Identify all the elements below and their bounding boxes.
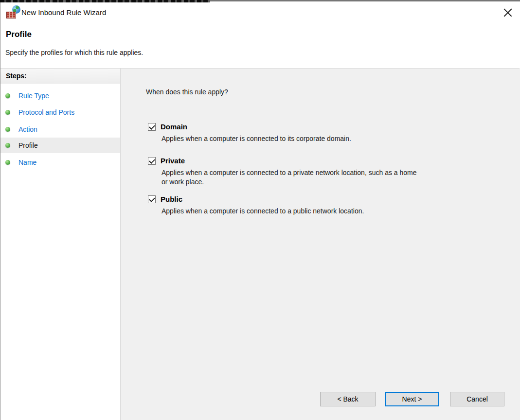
step-bullet-icon [5, 127, 10, 132]
steps-sidebar: Steps: Rule Type Protocol and Ports Acti… [0, 69, 121, 420]
sidebar-item-label: Protocol and Ports [18, 108, 74, 116]
sidebar-item-label: Profile [18, 141, 38, 149]
sidebar-item-profile[interactable]: Profile [0, 138, 120, 153]
option-domain: Domain Applies when a computer is connec… [148, 122, 351, 143]
next-button[interactable]: Next > [385, 392, 439, 406]
public-checkbox[interactable] [148, 195, 156, 203]
private-checkbox[interactable] [148, 157, 156, 165]
wizard-button-bar: < Back Next > Cancel [320, 392, 504, 406]
check-icon [149, 196, 155, 202]
window-title: New Inbound Rule Wizard [21, 8, 106, 17]
private-description: Applies when a computer is connected to … [161, 168, 417, 187]
close-icon[interactable] [503, 8, 513, 18]
option-private: Private Applies when a computer is conne… [148, 157, 417, 187]
wizard-content: When does this rule apply? Domain Applie… [121, 69, 520, 420]
domain-checkbox-label[interactable]: Domain [161, 122, 187, 131]
new-inbound-rule-wizard-window: New Inbound Rule Wizard Profile Specify … [0, 0, 520, 420]
sidebar-item-action[interactable]: Action [0, 122, 120, 137]
background-window-remnant [0, 0, 520, 1]
page-title: Profile [6, 30, 32, 39]
check-icon [149, 123, 155, 130]
step-bullet-icon [5, 110, 10, 115]
page-subtitle: Specify the profiles for which this rule… [5, 49, 143, 56]
sidebar-item-label: Rule Type [18, 92, 49, 100]
sidebar-item-rule-type[interactable]: Rule Type [0, 88, 120, 104]
option-public: Public Applies when a computer is connec… [148, 195, 364, 216]
check-icon [149, 158, 155, 164]
step-bullet-icon [5, 93, 10, 98]
sidebar-item-label: Name [18, 158, 36, 166]
domain-checkbox[interactable] [148, 123, 156, 131]
domain-description: Applies when a computer is connected to … [161, 134, 351, 143]
sidebar-item-label: Action [18, 125, 37, 133]
steps-heading: Steps: [0, 69, 120, 84]
private-checkbox-label[interactable]: Private [161, 157, 185, 165]
wizard-header: New Inbound Rule Wizard Profile Specify … [0, 1, 520, 69]
background-text-fragments [0, 0, 210, 2]
public-description: Applies when a computer is connected to … [161, 207, 364, 216]
sidebar-item-name[interactable]: Name [0, 155, 120, 170]
window-left-border [0, 1, 0, 420]
cancel-button[interactable]: Cancel [450, 392, 504, 406]
sidebar-item-protocol-and-ports[interactable]: Protocol and Ports [0, 105, 120, 120]
question-text: When does this rule apply? [146, 88, 228, 96]
step-bullet-icon [5, 160, 10, 165]
brick-wall-icon [6, 12, 16, 18]
back-button[interactable]: < Back [320, 392, 376, 406]
public-checkbox-label[interactable]: Public [161, 195, 182, 203]
step-bullet-icon [5, 143, 10, 148]
firewall-icon [6, 5, 20, 18]
